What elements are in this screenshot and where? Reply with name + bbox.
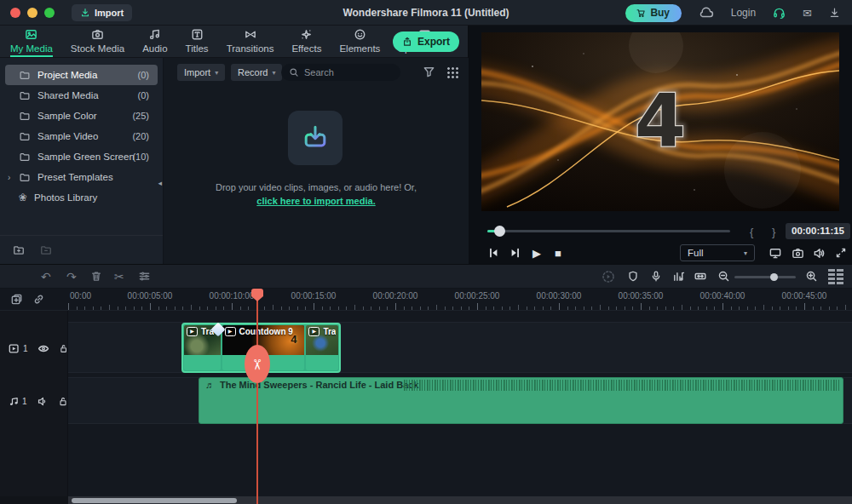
delete-folder-icon[interactable] <box>39 244 53 256</box>
sidebar-item-label: Shared Media <box>37 90 99 100</box>
split-scissors-button[interactable]: ✂ <box>114 270 124 284</box>
track-lock-icon[interactable] <box>59 343 68 354</box>
next-frame-button[interactable] <box>509 247 521 259</box>
import-download-icon <box>80 8 90 18</box>
snapshot-camera-icon[interactable] <box>792 247 804 260</box>
close-window-button[interactable] <box>10 8 20 18</box>
mark-out-icon[interactable]: } <box>772 226 775 238</box>
preview-zoom-dropdown[interactable]: Full ▾ <box>680 244 755 261</box>
track-lock-icon[interactable] <box>58 396 68 407</box>
sidebar-item-preset-templates[interactable]: › Preset Templates <box>5 167 158 187</box>
sidebar-item-shared-media[interactable]: Shared Media (0) <box>5 85 158 106</box>
tab-label: Elements <box>339 43 380 54</box>
support-headset-icon[interactable] <box>773 7 786 20</box>
audio-track-header: 1 <box>0 392 68 410</box>
download-center-icon[interactable] <box>829 7 840 19</box>
ruler-tools <box>0 289 68 311</box>
sidebar-item-photos-library[interactable]: ❀ Photos Library <box>5 187 158 208</box>
undo-button[interactable]: ↶ <box>41 270 51 284</box>
search-box[interactable] <box>281 64 400 81</box>
ruler-scale[interactable]: 00:00 00:00:05:00 00:00:10:00 00:00:15:0… <box>68 289 852 311</box>
track-visibility-eye-icon[interactable] <box>37 343 49 354</box>
sidebar-item-sample-video[interactable]: Sample Video (20) <box>5 126 158 146</box>
sidebar-item-label: Preset Templates <box>37 172 113 182</box>
timeline-horizontal-scrollbar[interactable] <box>68 496 852 504</box>
zoom-out-button[interactable] <box>717 270 730 283</box>
tab-effects[interactable]: Effects <box>290 26 323 57</box>
chevron-down-icon: ▾ <box>744 249 747 257</box>
ruler-label: 00:00:15:00 <box>291 291 337 301</box>
new-folder-icon[interactable] <box>12 244 26 256</box>
sidebar-item-label: Sample Color <box>37 111 97 121</box>
record-dropdown[interactable]: Record ▾ <box>231 64 282 81</box>
buy-button[interactable]: Buy <box>625 4 682 22</box>
maximize-window-button[interactable] <box>44 8 55 18</box>
tab-audio[interactable]: Audio <box>141 26 169 57</box>
titles-icon <box>191 28 204 41</box>
tab-label: My Media <box>10 43 53 54</box>
ruler-label: 00:00:45:00 <box>782 291 827 301</box>
link-clips-icon[interactable] <box>32 293 45 306</box>
zoom-in-button[interactable] <box>805 270 818 283</box>
playback-progress-bar[interactable] <box>487 230 730 232</box>
video-track-icon <box>9 343 20 354</box>
sidebar-item-project-media[interactable]: Project Media (0) <box>5 65 158 85</box>
scrollbar-thumb[interactable] <box>72 498 237 503</box>
video-clip-2[interactable]: ▶Tra <box>306 325 338 370</box>
import-media-link[interactable]: click here to import media. <box>164 196 469 206</box>
adjust-properties-button[interactable] <box>138 270 151 283</box>
tab-my-media[interactable]: My Media <box>9 26 55 57</box>
progress-handle[interactable] <box>494 226 505 237</box>
ruler-label: 00:00 <box>70 291 91 301</box>
sidebar-item-sample-color[interactable]: Sample Color (25) <box>5 106 158 126</box>
audio-mixer-button[interactable] <box>672 270 685 283</box>
delete-button[interactable] <box>90 270 102 283</box>
import-dropdown[interactable]: Import ▾ <box>177 64 225 81</box>
feedback-mail-icon[interactable]: ✉ <box>803 8 812 19</box>
filter-icon[interactable] <box>423 66 435 78</box>
export-button[interactable]: Export <box>393 32 459 52</box>
volume-icon[interactable] <box>813 247 826 260</box>
search-input[interactable] <box>304 67 389 77</box>
left-panel: My Media Stock Media Audio Titles Transi… <box>0 26 469 264</box>
playhead-split-button[interactable]: ✂ <box>245 345 270 383</box>
redo-button[interactable]: ↷ <box>66 270 77 284</box>
play-button[interactable]: ▶ <box>532 247 541 261</box>
audio-clip[interactable]: ♬ The Mind Sweepers - Rancid Life - Laid… <box>199 377 843 424</box>
display-device-icon[interactable] <box>769 247 782 260</box>
add-to-timeline-icon[interactable] <box>10 293 23 306</box>
login-link[interactable]: Login <box>731 7 756 19</box>
mark-in-icon[interactable]: { <box>750 226 753 238</box>
stop-button[interactable]: ■ <box>555 247 561 261</box>
grid-view-icon[interactable] <box>446 66 458 78</box>
tab-elements[interactable]: Elements <box>337 26 382 57</box>
title-bar: Import Wondershare Filmora 11 (Untitled)… <box>0 0 852 26</box>
minimize-window-button[interactable] <box>27 8 37 18</box>
voiceover-mic-button[interactable] <box>650 270 662 283</box>
collapse-sidebar-handle[interactable]: ◂ <box>158 179 162 187</box>
fullscreen-icon[interactable] <box>835 247 847 259</box>
sidebar-item-sample-green-screen[interactable]: Sample Green Screen (10) <box>5 146 158 167</box>
previous-frame-button[interactable] <box>487 247 499 259</box>
auto-ripple-button[interactable] <box>694 270 707 283</box>
import-button-titlebar[interactable]: Import <box>72 4 132 21</box>
zoom-slider-handle[interactable] <box>770 273 778 281</box>
tab-transitions[interactable]: Transitions <box>225 26 276 57</box>
tab-titles[interactable]: Titles <box>184 26 210 57</box>
track-height-button[interactable] <box>828 269 843 284</box>
playhead-line[interactable] <box>256 289 258 504</box>
cloud-icon[interactable] <box>699 7 714 19</box>
audio-clip-name: The Mind Sweepers - Rancid Life - Laid B… <box>220 380 419 390</box>
transitions-icon <box>244 28 257 41</box>
marker-button[interactable] <box>627 270 639 283</box>
render-preview-button[interactable] <box>602 270 615 284</box>
timeline-zoom-slider[interactable] <box>734 276 796 278</box>
track-mute-speaker-icon[interactable] <box>37 396 49 407</box>
playhead-handle[interactable] <box>251 289 263 296</box>
expand-chevron-icon[interactable]: › <box>8 173 10 182</box>
timeline-ruler[interactable]: 00:00 00:00:05:00 00:00:10:00 00:00:15:0… <box>0 289 852 311</box>
media-folder-list: Project Media (0) Shared Media (0) Sampl… <box>0 58 163 208</box>
dropzone-icon-box[interactable] <box>288 111 343 165</box>
tab-stock-media[interactable]: Stock Media <box>69 26 126 57</box>
video-preview[interactable]: 4 4 <box>481 32 839 211</box>
